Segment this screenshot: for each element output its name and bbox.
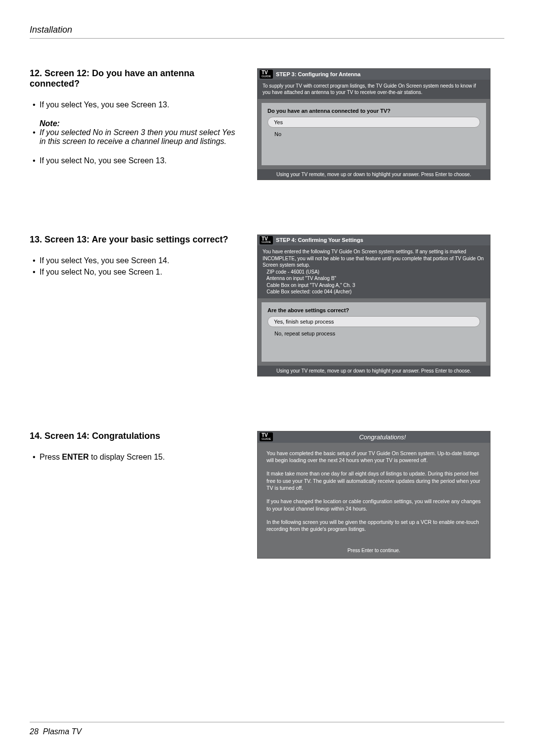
screenshot-footer: Using your TV remote, move up or down to…: [258, 169, 490, 180]
bullet-item: Press ENTER to display Screen 15.: [40, 451, 242, 463]
screenshot-info: To supply your TV with correct program l…: [258, 80, 490, 99]
page-header: Installation: [30, 25, 504, 39]
tv-guide-logo: TVGUIDE: [260, 432, 273, 441]
section-12: 12. Screen 12: Do you have an antenna co…: [30, 68, 504, 180]
bullet-item: If you select No, you see Screen 13.: [40, 155, 242, 166]
tv-option-yes[interactable]: Yes: [267, 117, 480, 128]
screenshot-congrats-title: Congratulations!: [275, 431, 490, 443]
screenshot-congrats-body: You have completed the basic setup of yo…: [258, 443, 490, 546]
section-13: 13. Screen 13: Are your basic settings c…: [30, 235, 504, 377]
screenshot-step-title: STEP 3: Configuring for Antenna: [276, 71, 360, 77]
screenshot-screen13: TVGUIDE STEP 4: Confirming Your Settings…: [257, 235, 490, 377]
screenshot-congrats-footer: Press Enter to continue.: [258, 546, 490, 558]
tv-guide-logo: TVGUIDE: [260, 236, 273, 245]
bullet-item: If you select Yes, you see Screen 14.: [40, 255, 242, 266]
note-label: Note:: [40, 119, 242, 128]
section-title: 14. Screen 14: Congratulations: [30, 431, 242, 441]
bullet-item: If you select Yes, you see Screen 13.: [40, 99, 242, 110]
note-item: If you selected No in Screen 3 then you …: [40, 128, 242, 146]
screenshot-screen14: TVGUIDE Congratulations! You have comple…: [257, 431, 490, 559]
page-footer: 28 Plasma TV: [30, 722, 504, 736]
tv-option-no-repeat[interactable]: No, repeat setup process: [267, 329, 480, 338]
screenshot-footer: Using your TV remote, move up or down to…: [258, 366, 490, 376]
section-title: 12. Screen 12: Do you have an antenna co…: [30, 68, 242, 89]
screenshot-step-title: STEP 4: Confirming Your Settings: [276, 237, 363, 243]
screenshot-info: You have entered the following TV Guide …: [258, 245, 490, 298]
section-title: 13. Screen 13: Are your basic settings c…: [30, 235, 242, 245]
bullet-item: If you select No, you see Screen 1.: [40, 266, 242, 278]
screenshot-screen12: TVGUIDE STEP 3: Configuring for Antenna …: [257, 68, 490, 180]
screenshot-question: Do you have an antenna connected to your…: [267, 108, 480, 114]
section-14: 14. Screen 14: Congratulations Press ENT…: [30, 431, 504, 559]
tv-guide-logo: TVGUIDE: [260, 70, 273, 79]
manual-page: Installation 12. Screen 12: Do you have …: [0, 0, 534, 756]
screenshot-question: Are the above settings correct?: [267, 307, 480, 313]
tv-option-no[interactable]: No: [267, 129, 480, 139]
tv-option-yes-finish[interactable]: Yes, finish setup process: [267, 316, 480, 327]
